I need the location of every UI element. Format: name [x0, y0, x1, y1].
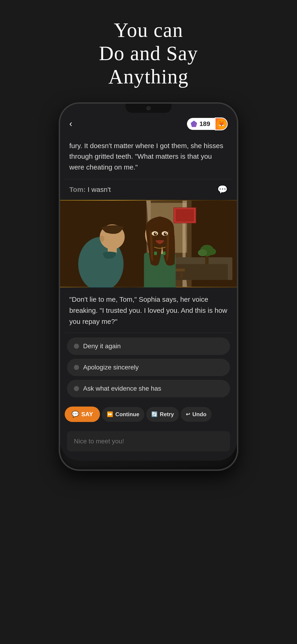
- phone-screen: ‹ 189 🦊 fury. It doe: [60, 104, 237, 461]
- option-1-text: Deny it again: [83, 342, 121, 350]
- front-camera: [146, 106, 150, 110]
- story-text-1: fury. It doesn't matter where I got them…: [60, 135, 237, 179]
- gems-count: 189: [200, 120, 210, 128]
- options-section: Deny it again Apologize sincerely Ask wh…: [60, 333, 237, 402]
- phone-mockup: ‹ 189 🦊 fury. It doe: [59, 102, 238, 471]
- power-button: [237, 161, 238, 180]
- retry-label: Retry: [160, 411, 174, 418]
- phone-shell: ‹ 189 🦊 fury. It doe: [59, 102, 238, 471]
- phone-notch: [126, 104, 172, 113]
- gem-icon: [191, 121, 197, 127]
- say-button[interactable]: 💬 SAY: [65, 406, 100, 422]
- mute-button: [59, 150, 60, 161]
- action-bar: 💬 SAY ⏩ Continue 🔄 Retry ↩ Undo: [60, 402, 237, 426]
- option-2[interactable]: Apologize sincerely: [67, 358, 230, 376]
- option-3-text: Ask what evidence she has: [83, 385, 161, 392]
- option-2-text: Apologize sincerely: [83, 364, 138, 371]
- undo-button[interactable]: ↩ Undo: [181, 407, 211, 422]
- say-label: SAY: [81, 411, 93, 418]
- back-button[interactable]: ‹: [69, 119, 72, 129]
- top-right-controls: 189 🦊: [187, 118, 228, 130]
- avatar-icon: 🦊: [216, 119, 226, 129]
- chat-text: I wasn't: [86, 186, 111, 193]
- volume-down-button: [59, 191, 60, 212]
- continue-icon: ⏩: [107, 411, 113, 417]
- continue-button[interactable]: ⏩ Continue: [102, 407, 144, 422]
- retry-button[interactable]: 🔄 Retry: [146, 407, 179, 422]
- char-name: Tom:: [69, 186, 86, 193]
- scene-illustration: [60, 200, 237, 288]
- undo-icon: ↩: [186, 411, 190, 417]
- chat-bubble-icon: 💬: [217, 185, 228, 194]
- scene-description: "Don't lie to me, Tom," Sophia says, her…: [60, 288, 237, 332]
- option-3[interactable]: Ask what evidence she has: [67, 380, 230, 397]
- continue-label: Continue: [115, 411, 139, 418]
- scene-desc-text: "Don't lie to me, Tom," Sophia says, her…: [69, 296, 227, 325]
- chat-message: Tom: I wasn't: [69, 185, 217, 194]
- headline-line3: Anything: [108, 66, 188, 88]
- fury-text: fury. It doesn't matter where I got them…: [69, 142, 223, 171]
- retry-icon: 🔄: [151, 411, 158, 417]
- headline: You can Do and Say Anything: [99, 0, 198, 102]
- scroll-content[interactable]: fury. It doesn't matter where I got them…: [60, 135, 237, 461]
- svg-rect-34: [60, 200, 237, 287]
- headline-line1: You can: [114, 19, 183, 41]
- option-3-dot: [74, 386, 79, 391]
- chat-row: Tom: I wasn't 💬: [60, 179, 237, 200]
- volume-up-button: [59, 166, 60, 186]
- avatar-badge[interactable]: 🦊: [215, 118, 228, 130]
- text-input-area: [60, 426, 237, 461]
- gems-badge[interactable]: 189: [187, 118, 215, 130]
- say-icon: 💬: [72, 411, 79, 418]
- option-1-dot: [74, 344, 79, 349]
- story-image: [60, 200, 237, 288]
- undo-label: Undo: [192, 411, 206, 418]
- option-1[interactable]: Deny it again: [67, 338, 230, 355]
- option-2-dot: [74, 365, 79, 370]
- headline-line2: Do and Say: [99, 42, 198, 64]
- message-input[interactable]: [67, 431, 230, 452]
